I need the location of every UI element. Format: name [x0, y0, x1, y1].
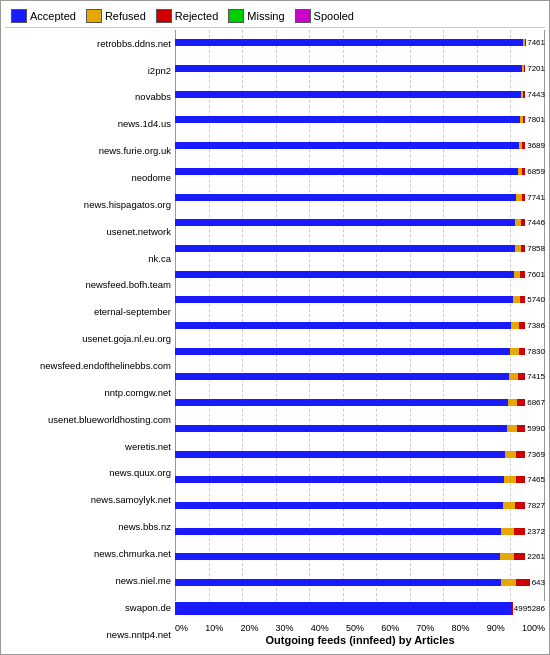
accepted-color-box	[11, 9, 27, 23]
bar-rejected	[521, 245, 526, 252]
legend-accepted-label: Accepted	[30, 10, 76, 22]
bar-accepted	[175, 296, 513, 303]
bar-refused	[510, 348, 518, 355]
bar-accepted	[175, 476, 504, 483]
bar-wrap: 7801	[175, 116, 545, 123]
bar-accepted	[175, 271, 514, 278]
bar-value-label: 6867	[527, 399, 545, 406]
bar-row: 5740	[175, 287, 545, 313]
x-axis-label: 30%	[276, 623, 294, 633]
bar-accepted	[175, 322, 511, 329]
y-axis: retrobbs.ddns.neti2pn2novabbsnews.1d4.us…	[5, 30, 175, 648]
bar-value-label: 7415	[527, 373, 545, 380]
bar-accepted	[175, 425, 507, 432]
bar-value-label: 3689	[527, 142, 545, 149]
x-axis-label: 70%	[416, 623, 434, 633]
bar-rejected	[519, 348, 526, 355]
x-axis: 0%10%20%30%40%50%60%70%80%90%100%	[175, 621, 545, 633]
bar-refused	[514, 271, 521, 278]
x-axis-label: 50%	[346, 623, 364, 633]
bar-refused	[511, 322, 519, 329]
y-label: news.hispagatos.org	[5, 200, 173, 210]
bar-row: 3689	[175, 133, 545, 159]
bar-value-label: 7443	[527, 91, 545, 98]
bar-row: 7830	[175, 338, 545, 364]
bar-value-label: 7830	[527, 348, 545, 355]
bar-wrap: 7858	[175, 245, 545, 252]
x-axis-label: 60%	[381, 623, 399, 633]
bar-value-label: 7369	[527, 451, 545, 458]
y-label: usenet.network	[5, 227, 173, 237]
y-label: news.furie.org.uk	[5, 146, 173, 156]
bar-wrap: 7461	[175, 39, 545, 46]
y-label: nk.ca	[5, 254, 173, 264]
bar-value-label: 7827	[527, 502, 545, 509]
chart-title: Outgoing feeds (innfeed) by Articles	[175, 633, 545, 648]
legend-accepted: Accepted	[11, 9, 76, 23]
bar-accepted	[175, 91, 521, 98]
bar-accepted	[175, 142, 519, 149]
bar-wrap: 7465	[175, 476, 545, 483]
x-axis-label: 90%	[487, 623, 505, 633]
bar-rejected	[521, 219, 525, 226]
spooled-color-box	[295, 9, 311, 23]
bar-row: 7827	[175, 493, 545, 519]
bar-accepted	[175, 373, 509, 380]
bar-row: 7446	[175, 210, 545, 236]
bar-wrap: 2372	[175, 528, 545, 535]
bar-rejected	[516, 451, 525, 458]
rejected-color-box	[156, 9, 172, 23]
bar-value-label: 4995286	[514, 602, 545, 615]
bar-accepted	[175, 451, 505, 458]
bar-wrap: 5990	[175, 425, 545, 432]
bar-wrap: 3689	[175, 142, 545, 149]
bar-rejected	[514, 528, 525, 535]
x-axis-label: 20%	[240, 623, 258, 633]
bar-value-label: 7741	[527, 194, 545, 201]
y-label: novabbs	[5, 92, 173, 102]
y-label: news.quux.org	[5, 468, 173, 478]
bar-wrap: 7386	[175, 322, 545, 329]
bar-row: 4995286	[175, 595, 545, 621]
bar-row: 7465	[175, 467, 545, 493]
x-axis-label: 100%	[522, 623, 545, 633]
bars-section: 7461720174437801368968597741744678587601…	[175, 30, 545, 621]
y-label: swapon.de	[5, 603, 173, 613]
y-label: news.bbs.nz	[5, 522, 173, 532]
bar-accepted	[175, 39, 523, 46]
bar-rejected	[515, 502, 525, 509]
bar-wrap: 7443	[175, 91, 545, 98]
bar-refused	[513, 296, 520, 303]
bar-row: 7415	[175, 364, 545, 390]
bar-refused	[507, 425, 517, 432]
bar-value-label: 7446	[527, 219, 545, 226]
bar-value-label: 7858	[527, 245, 545, 252]
x-axis-label: 0%	[175, 623, 188, 633]
legend-spooled: Spooled	[295, 9, 354, 23]
bar-refused	[508, 399, 517, 406]
bar-row: 7386	[175, 313, 545, 339]
bar-row: 7201	[175, 56, 545, 82]
bar-rejected	[520, 296, 526, 303]
bar-row: 7741	[175, 184, 545, 210]
bar-rejected	[522, 168, 525, 175]
bar-value-label: 7465	[527, 476, 545, 483]
bar-wrap: 7827	[175, 502, 545, 509]
y-label: news.samoylyk.net	[5, 495, 173, 505]
y-label: newsfeed.endofthelinebbs.com	[5, 361, 173, 371]
missing-color-box	[228, 9, 244, 23]
bar-rejected	[522, 142, 525, 149]
bar-accepted	[175, 245, 515, 252]
bar-value-label: 5740	[527, 296, 545, 303]
bar-row: 7801	[175, 107, 545, 133]
bar-value-label: 5990	[527, 425, 545, 432]
bar-accepted	[175, 528, 501, 535]
bar-accepted	[175, 348, 510, 355]
legend-refused-label: Refused	[105, 10, 146, 22]
y-label: newsfeed.bofh.team	[5, 280, 173, 290]
bar-row: 7601	[175, 261, 545, 287]
bar-refused	[503, 502, 515, 509]
bar-value-label: 6859	[527, 168, 545, 175]
bar-rejected	[516, 476, 525, 483]
bar-wrap: 4995286	[175, 602, 545, 615]
